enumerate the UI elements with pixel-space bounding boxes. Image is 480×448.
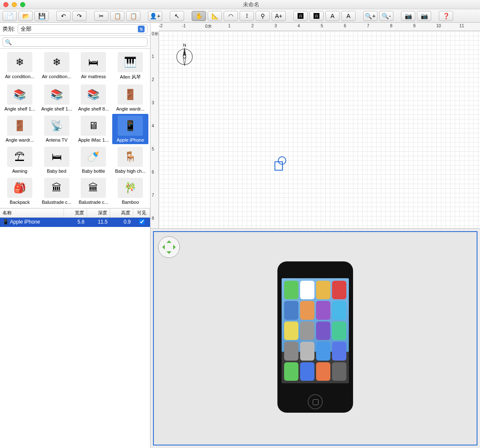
- toolbar-button-9[interactable]: ↖: [170, 11, 184, 21]
- catalog-item[interactable]: 🖥Apple iMac 1...: [76, 114, 112, 144]
- catalog-item[interactable]: ❄Air condition...: [2, 50, 38, 82]
- catalog-item[interactable]: 🪑Baby high ch...: [112, 145, 148, 175]
- app-icon: [316, 342, 330, 360]
- catalog-item[interactable]: 📚Angle shelf 1...: [39, 83, 75, 113]
- item-thumb-icon: 🛏: [81, 52, 106, 72]
- table-row[interactable]: 📱 Apple iPhone5.811.50.9: [0, 218, 150, 227]
- 3d-view[interactable]: [153, 231, 477, 445]
- catalog-item[interactable]: 🛏Air mattress: [76, 50, 112, 82]
- furniture-table-header: 名称 宽度 深度 高度 可见: [0, 208, 150, 218]
- item-thumb-icon: 🎋: [118, 178, 143, 198]
- catalog-item[interactable]: ⛱Awning: [2, 145, 38, 175]
- toolbar-button-21[interactable]: 🔍-: [379, 11, 393, 21]
- toolbar-button-5[interactable]: ✂: [94, 11, 108, 21]
- catalog-item[interactable]: 🏛Balustrade c...: [76, 176, 112, 206]
- item-name: Baby bed: [40, 169, 74, 174]
- ruler-tick: 9: [413, 24, 416, 28]
- toolbar-button-3[interactable]: ↶: [56, 11, 71, 21]
- item-name: Apple iMac 1...: [76, 137, 110, 142]
- toolbar-button-7[interactable]: 📋: [126, 11, 140, 21]
- toolbar-button-12[interactable]: ◠: [224, 11, 238, 21]
- catalog-item[interactable]: ❄Air condition...: [39, 50, 75, 82]
- nav-up-icon[interactable]: [166, 238, 171, 243]
- catalog-item[interactable]: 🎒Backpack: [2, 176, 38, 206]
- item-thumb-icon: 📚: [81, 84, 106, 105]
- catalog-item[interactable]: 📚Angle shelf 8...: [76, 83, 112, 113]
- toolbar-button-22[interactable]: 📷: [401, 11, 415, 21]
- toolbar-button-17[interactable]: 🅰: [309, 11, 324, 21]
- app-icon: [316, 362, 330, 381]
- app-icon: [332, 342, 346, 360]
- item-name: Balustrade c...: [76, 200, 110, 205]
- catalog-item[interactable]: 📱Apple iPhone: [112, 114, 148, 144]
- app-icon: [332, 362, 346, 381]
- col-depth[interactable]: 深度: [87, 208, 110, 217]
- minimize-button[interactable]: [12, 2, 17, 7]
- app-icon: [332, 322, 346, 340]
- item-name: Baby high ch...: [113, 169, 147, 174]
- ruler-tick: 6: [344, 24, 346, 28]
- col-height[interactable]: 高度: [110, 208, 133, 217]
- catalog-item[interactable]: 📡Antena TV: [39, 114, 75, 144]
- furniture-table[interactable]: 📱 Apple iPhone5.811.50.9: [0, 218, 150, 448]
- toolbar-button-23[interactable]: 📷: [417, 11, 431, 21]
- ruler-tick: 7: [152, 193, 154, 198]
- category-select[interactable]: 全部 ⇅: [18, 24, 148, 34]
- close-button[interactable]: [3, 2, 8, 7]
- item-thumb-icon: 🪑: [118, 147, 143, 167]
- toolbar-button-15[interactable]: A+: [272, 11, 286, 21]
- toolbar-button-18[interactable]: A: [325, 11, 340, 21]
- titlebar: 未命名: [0, 0, 480, 9]
- catalog-item[interactable]: 🚪Angle wardr...: [112, 83, 148, 113]
- catalog-item[interactable]: 🎹Allen 风琴: [112, 50, 148, 82]
- col-width[interactable]: 宽度: [64, 208, 87, 217]
- catalog-item[interactable]: 🎋Bamboo: [112, 176, 148, 206]
- plan-grid[interactable]: N: [159, 31, 480, 228]
- zoom-button[interactable]: [20, 2, 25, 7]
- catalog-item[interactable]: 📚Angle shelf 1...: [2, 83, 38, 113]
- plan-view[interactable]: -2-10米123456789101112 0米12345678 N: [150, 23, 480, 229]
- item-thumb-icon: 🏛: [81, 178, 106, 198]
- toolbar-button-2[interactable]: 💾: [34, 11, 49, 21]
- toolbar-button-13[interactable]: ⟟: [240, 11, 254, 21]
- search-input[interactable]: [3, 37, 148, 47]
- toolbar-button-20[interactable]: 🔍+: [363, 11, 377, 21]
- toolbar-button-16[interactable]: 🅰: [293, 11, 308, 21]
- toolbar-button-0[interactable]: 📄: [3, 11, 17, 21]
- toolbar-button-10[interactable]: ✋: [192, 11, 206, 21]
- toolbar-button-4[interactable]: ↷: [72, 11, 87, 21]
- catalog-item[interactable]: 🛏Baby bed: [39, 145, 75, 175]
- ruler-tick: 1: [228, 24, 231, 28]
- toolbar-button-24[interactable]: ❓: [439, 11, 453, 21]
- item-name: Baby bottle: [76, 169, 110, 174]
- 3d-nav-control[interactable]: [158, 236, 180, 258]
- item-name: Backpack: [3, 200, 37, 205]
- visible-checkbox[interactable]: [139, 219, 145, 224]
- 3d-model-iphone[interactable]: [277, 261, 353, 413]
- nav-down-icon[interactable]: [166, 251, 171, 256]
- nav-left-icon[interactable]: [160, 245, 165, 250]
- furniture-catalog[interactable]: ❄Air condition...❄Air condition...🛏Air m…: [0, 49, 150, 208]
- category-label: 类别:: [3, 25, 15, 33]
- app-icon: [284, 322, 298, 340]
- catalog-item[interactable]: 🚪Angle wardr...: [2, 114, 38, 144]
- placed-furniture-iphone[interactable]: [274, 161, 283, 171]
- ruler-tick: 10: [436, 24, 441, 28]
- col-visible[interactable]: 可见: [133, 208, 150, 217]
- toolbar-button-19[interactable]: A: [341, 11, 356, 21]
- nav-right-icon[interactable]: [173, 245, 178, 250]
- catalog-item[interactable]: 🏛Balustrade c...: [39, 176, 75, 206]
- col-name[interactable]: 名称: [0, 208, 64, 217]
- toolbar-button-1[interactable]: 📂: [18, 11, 33, 21]
- toolbar-button-11[interactable]: 📐: [208, 11, 222, 21]
- toolbar-button-6[interactable]: 📋: [110, 11, 124, 21]
- ruler-tick: 2: [251, 24, 254, 28]
- ruler-tick: 11: [459, 24, 464, 28]
- item-name: Angle shelf 8...: [76, 106, 110, 111]
- item-name: Air mattress: [76, 74, 110, 79]
- catalog-item[interactable]: 🍼Baby bottle: [76, 145, 112, 175]
- app-icon: [332, 301, 346, 319]
- toolbar-button-8[interactable]: 👤+: [148, 11, 162, 21]
- item-thumb-icon: ❄: [7, 52, 32, 72]
- toolbar-button-14[interactable]: ⚲: [256, 11, 270, 21]
